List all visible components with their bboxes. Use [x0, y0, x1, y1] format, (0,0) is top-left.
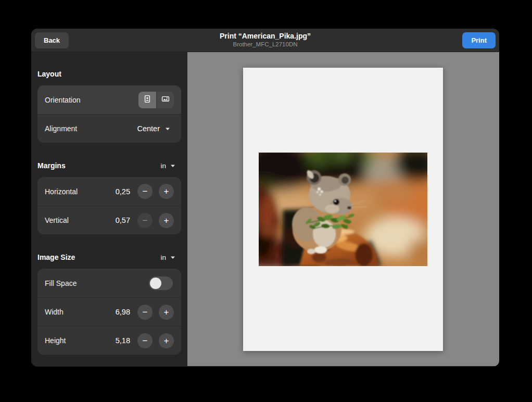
height-increase-button[interactable]: +	[159, 333, 174, 348]
width-row: Width 6,98 − +	[37, 297, 181, 326]
preview-photo	[259, 153, 427, 266]
margins-unit-dropdown[interactable]: in	[160, 162, 176, 170]
height-decrease-button[interactable]: −	[137, 333, 153, 348]
print-dialog-window: Back Print “American_Pika.jpg” Brother_M…	[31, 29, 499, 367]
orientation-landscape-button[interactable]	[156, 92, 174, 108]
vertical-margin-label: Vertical	[45, 216, 116, 224]
horizontal-margin-label: Horizontal	[45, 187, 116, 196]
orientation-portrait-button[interactable]	[138, 92, 156, 108]
layout-section-title: Layout	[37, 70, 61, 78]
height-row: Height 5,18 − +	[37, 326, 181, 355]
height-label: Height	[45, 336, 116, 345]
image-size-section-title: Image Size	[37, 253, 75, 261]
image-size-unit-value: in	[160, 254, 166, 261]
image-size-unit-dropdown[interactable]: in	[160, 254, 176, 261]
layout-card: Orientation	[37, 85, 181, 143]
height-value: 5,18	[116, 336, 130, 345]
alignment-row: Alignment Center	[37, 114, 181, 143]
horizontal-margin-increase-button[interactable]: +	[159, 184, 174, 199]
width-decrease-button[interactable]: −	[137, 305, 153, 320]
alignment-value: Center	[137, 124, 160, 133]
width-label: Width	[45, 308, 116, 316]
orientation-row: Orientation	[37, 85, 181, 114]
print-preview-area	[187, 52, 499, 366]
chevron-down-icon	[170, 254, 176, 261]
print-preview-paper	[243, 68, 443, 351]
toggle-knob	[150, 278, 161, 289]
landscape-icon	[161, 95, 170, 105]
orientation-segmented-control	[138, 92, 174, 108]
image-size-card: Fill Space Width 6,98 − + Height 5,18 − …	[37, 269, 181, 355]
fill-space-row: Fill Space	[37, 269, 181, 297]
vertical-margin-decrease-button[interactable]: −	[137, 213, 153, 228]
orientation-label: Orientation	[45, 96, 138, 104]
alignment-dropdown[interactable]: Center	[137, 124, 171, 133]
portrait-icon	[143, 95, 151, 105]
vertical-margin-row: Vertical 0,57 − +	[37, 206, 181, 234]
horizontal-margin-row: Horizontal 0,25 − +	[37, 177, 181, 206]
header-bar: Back Print “American_Pika.jpg” Brother_M…	[31, 29, 499, 52]
back-button[interactable]: Back	[35, 32, 69, 48]
margins-section-title: Margins	[37, 161, 66, 170]
margins-card: Horizontal 0,25 − + Vertical 0,57 − +	[37, 177, 181, 234]
print-button[interactable]: Print	[462, 32, 496, 48]
chevron-down-icon	[164, 124, 171, 133]
width-increase-button[interactable]: +	[159, 305, 174, 320]
margins-unit-value: in	[160, 162, 166, 170]
chevron-down-icon	[170, 162, 176, 170]
horizontal-margin-decrease-button[interactable]: −	[137, 184, 153, 199]
page-title: Print “American_Pika.jpg”	[220, 32, 311, 40]
vertical-margin-increase-button[interactable]: +	[159, 213, 174, 228]
vertical-margin-value: 0,57	[116, 216, 130, 224]
horizontal-margin-value: 0,25	[116, 187, 130, 196]
printer-name: Brother_MFC_L2710DN	[220, 41, 311, 48]
width-value: 6,98	[116, 308, 130, 316]
alignment-label: Alignment	[45, 124, 137, 133]
header-title-block: Print “American_Pika.jpg” Brother_MFC_L2…	[220, 32, 311, 48]
fill-space-label: Fill Space	[45, 279, 149, 287]
settings-sidebar: Layout Orientation	[31, 52, 187, 366]
fill-space-toggle[interactable]	[149, 277, 173, 290]
